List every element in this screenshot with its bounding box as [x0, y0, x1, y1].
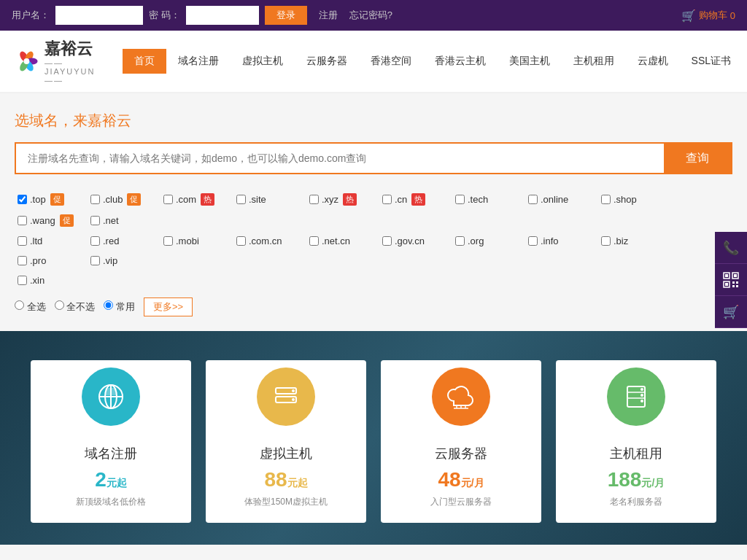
- radio-all-label[interactable]: 全选: [15, 300, 46, 314]
- ext-item: .net: [88, 210, 160, 231]
- svg-rect-30: [725, 283, 728, 286]
- product-name: 云服务器: [381, 445, 541, 462]
- ext-item: .net.cn: [306, 231, 379, 251]
- side-cart-button[interactable]: 🛒: [715, 296, 747, 328]
- ext-checkbox-club[interactable]: [90, 195, 100, 204]
- logo-svg: [15, 43, 39, 79]
- product-card-server[interactable]: 主机租用 188元/月 老名利服务器: [556, 360, 716, 523]
- radio-common-label[interactable]: 常用: [104, 300, 135, 314]
- svg-rect-31: [732, 281, 735, 284]
- ext-badge: 热: [411, 193, 425, 206]
- side-phone-button[interactable]: 📞: [715, 232, 747, 264]
- ext-item: .com.cn: [233, 231, 306, 251]
- product-card-hosting[interactable]: 虚拟主机 88元起 体验型150M虚拟主机: [206, 360, 366, 523]
- ext-item: .wang促: [15, 210, 88, 231]
- cart-label[interactable]: 购物车: [699, 9, 727, 22]
- ext-label: .wang: [30, 215, 55, 226]
- ext-checkbox-ltd[interactable]: [18, 236, 27, 246]
- domain-title-highlight: 来嘉裕云: [73, 112, 131, 128]
- ext-checkbox-com.cn[interactable]: [236, 236, 246, 246]
- nav-item-domain[interactable]: 域名注册: [166, 49, 231, 74]
- nav-item-us[interactable]: 美国主机: [498, 49, 562, 74]
- ext-label: .red: [103, 236, 119, 246]
- radio-all[interactable]: [15, 300, 24, 310]
- forgot-password-link[interactable]: 忘记密码?: [349, 9, 392, 22]
- more-extensions-button[interactable]: 更多>>: [144, 298, 193, 316]
- ext-checkbox-xyz[interactable]: [309, 195, 319, 204]
- domain-title-prefix: 选域名，: [15, 112, 73, 128]
- svg-point-13: [292, 389, 295, 392]
- ext-checkbox-cn[interactable]: [382, 195, 392, 204]
- nav-item-home[interactable]: 首页: [123, 49, 166, 74]
- ext-checkbox-vip[interactable]: [90, 256, 100, 265]
- register-link[interactable]: 注册: [319, 9, 338, 22]
- top-bar: 用户名： 密 码： 登录 注册 忘记密码? 🛒 购物车 0: [0, 0, 747, 31]
- ext-label: .pro: [30, 255, 46, 266]
- ext-checkbox-wang[interactable]: [18, 216, 27, 225]
- product-price: 188元/月: [556, 468, 716, 491]
- login-button[interactable]: 登录: [265, 6, 307, 25]
- ext-label: .online: [541, 194, 568, 205]
- ext-label: .cn: [395, 194, 407, 205]
- ext-checkbox-online[interactable]: [528, 195, 538, 204]
- domain-ext-list: .top促.club促.com热.site.xyz热.cn热.tech.onli…: [15, 189, 732, 290]
- ext-checkbox-gov.cn[interactable]: [382, 236, 392, 246]
- domain-search-input[interactable]: [16, 144, 664, 173]
- ext-label: .com.cn: [249, 236, 282, 246]
- product-desc: 老名利服务器: [556, 496, 716, 508]
- svg-rect-33: [732, 285, 735, 287]
- cart-icon: 🛒: [681, 9, 696, 23]
- ext-checkbox-shop[interactable]: [601, 195, 611, 204]
- ext-badge: 促: [60, 214, 74, 227]
- nav-item-hkcloud[interactable]: 香港云主机: [423, 49, 498, 74]
- nav-item-rental[interactable]: 主机租用: [562, 49, 626, 74]
- product-price: 2元起: [31, 468, 191, 491]
- ext-checkbox-site[interactable]: [236, 195, 246, 204]
- product-card-cloud[interactable]: 云服务器 48元/月 入门型云服务器: [381, 360, 541, 523]
- ext-checkbox-top[interactable]: [18, 195, 27, 204]
- svg-point-14: [292, 398, 295, 401]
- logo[interactable]: 嘉裕云 —— JIAYUYUN ——: [15, 38, 108, 85]
- ext-checkbox-com[interactable]: [163, 195, 173, 204]
- ext-label: .xin: [30, 275, 44, 286]
- nav-item-ssl[interactable]: SSL证书: [680, 49, 743, 74]
- product-desc: 入门型云服务器: [381, 496, 541, 508]
- ext-checkbox-xin[interactable]: [18, 276, 27, 285]
- ext-checkbox-mobi[interactable]: [163, 236, 173, 246]
- cart-count: 0: [730, 10, 735, 21]
- domain-search-button[interactable]: 查询: [664, 144, 731, 173]
- ext-checkbox-pro[interactable]: [18, 256, 27, 265]
- ext-label: .tech: [468, 194, 488, 205]
- ext-checkbox-tech[interactable]: [455, 195, 465, 204]
- radio-none-label[interactable]: 全不选: [55, 300, 96, 314]
- ext-label: .gov.cn: [395, 236, 425, 246]
- ext-checkbox-org[interactable]: [455, 236, 465, 246]
- password-input[interactable]: [186, 6, 259, 25]
- product-desc: 体验型150M虚拟主机: [206, 496, 366, 508]
- product-card-domain[interactable]: 域名注册 2元起 新顶级域名低价格: [31, 360, 191, 523]
- product-name: 虚拟主机: [206, 445, 366, 462]
- side-qrcode-button[interactable]: [715, 264, 747, 296]
- nav-item-cloud[interactable]: 云服务器: [295, 49, 359, 74]
- ext-item: .vip: [88, 251, 160, 271]
- ext-checkbox-info[interactable]: [528, 236, 538, 246]
- ext-checkbox-red[interactable]: [90, 236, 100, 246]
- ext-checkbox-biz[interactable]: [601, 236, 611, 246]
- username-input[interactable]: [55, 6, 143, 25]
- ext-item: .mobi: [160, 231, 233, 251]
- ext-item: .xyz热: [306, 189, 379, 210]
- ext-checkbox-net[interactable]: [90, 216, 100, 225]
- ext-item: .xin: [15, 271, 88, 290]
- ext-badge: 热: [201, 193, 214, 206]
- ext-label: .net: [103, 215, 119, 226]
- ext-label: .vip: [103, 255, 117, 266]
- nav-item-hkspace[interactable]: 香港空间: [359, 49, 423, 74]
- ext-checkbox-net.cn[interactable]: [309, 236, 319, 246]
- ext-item: .site: [233, 189, 306, 210]
- radio-none[interactable]: [55, 300, 64, 310]
- logo-name-en: —— JIAYUYUN ——: [44, 58, 108, 85]
- radio-common[interactable]: [104, 300, 113, 310]
- nav-item-vhost[interactable]: 虚拟主机: [231, 49, 295, 74]
- ext-label: .site: [249, 194, 266, 205]
- nav-item-cloudvm[interactable]: 云虚机: [626, 49, 680, 74]
